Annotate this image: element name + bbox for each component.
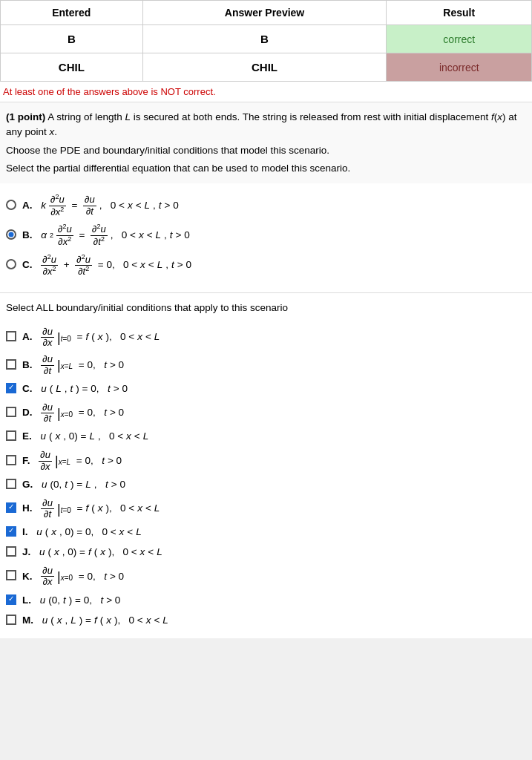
problem-instruction1: Choose the PDE and boundary/initial cond… <box>6 143 526 158</box>
checkbox-e[interactable] <box>6 430 22 443</box>
checkbox-k[interactable] <box>6 570 22 583</box>
checkbox-b[interactable] <box>6 359 22 372</box>
bc-option-l[interactable]: L. u(0, t) = 0, t > 0 <box>6 594 526 608</box>
checkbox-btn-m[interactable] <box>6 615 16 625</box>
bc-option-e[interactable]: E. u(x, 0) = L, 0 < x < L <box>6 430 526 444</box>
checkbox-btn-j[interactable] <box>6 546 16 557</box>
bc-label-e: E. u(x, 0) = L, 0 < x < L <box>22 430 148 444</box>
points-label: (1 point) <box>6 111 45 122</box>
answer-table: Entered Answer Preview Result B B correc… <box>0 0 532 82</box>
divider <box>0 292 532 293</box>
bc-label-l: L. u(0, t) = 0, t > 0 <box>22 594 120 608</box>
bc-instruction: Select ALL boundary/initial conditions t… <box>0 298 532 316</box>
bc-option-d[interactable]: D. ∂u∂t |x=0 = 0, t > 0 <box>6 402 526 425</box>
warning-message: At least one of the answers above is NOT… <box>0 82 532 102</box>
checkbox-btn-i[interactable] <box>6 526 16 537</box>
pde-label-a: A. k ∂2u∂x2 = ∂u∂t , 0 < x < L, t > 0 <box>22 194 179 217</box>
result-cell-correct: correct <box>387 25 532 53</box>
entered-cell: B <box>1 25 143 53</box>
bc-option-i[interactable]: I. u(x, 0) = 0, 0 < x < L <box>6 525 526 540</box>
table-row: B B correct <box>1 25 532 53</box>
bc-label-a: A. ∂u∂x |t=0 = f(x), 0 < x < L <box>22 327 160 349</box>
checkbox-btn-h[interactable] <box>6 502 16 513</box>
entered-cell: CHIL <box>1 53 143 82</box>
checkbox-btn-e[interactable] <box>6 430 16 441</box>
checkbox-btn-k[interactable] <box>6 570 16 580</box>
bc-option-a[interactable]: A. ∂u∂x |t=0 = f(x), 0 < x < L <box>6 327 526 349</box>
col-header-result: Result <box>387 1 532 25</box>
checkbox-a[interactable] <box>6 331 22 344</box>
bc-label-g: G. u(0, t) = L, t > 0 <box>22 478 125 492</box>
pde-option-c[interactable]: C. ∂2u∂x2 + ∂2u∂t2 = 0, 0 < x < L, t > 0 <box>6 254 526 278</box>
checkbox-i[interactable] <box>6 526 22 539</box>
radio-c[interactable] <box>6 259 22 272</box>
bc-option-c[interactable]: C. u(L, t) = 0, t > 0 <box>6 382 526 396</box>
table-row: CHIL CHIL incorrect <box>1 53 532 82</box>
bc-option-m[interactable]: M. u(x, L) = f(x), 0 < x < L <box>6 614 526 628</box>
preview-cell: B <box>142 25 387 53</box>
checkbox-m[interactable] <box>6 615 22 627</box>
col-header-preview: Answer Preview <box>142 1 387 25</box>
checkbox-j[interactable] <box>6 546 22 559</box>
radio-btn-c[interactable] <box>6 259 16 269</box>
checkbox-btn-d[interactable] <box>6 407 16 417</box>
bc-label-c: C. u(L, t) = 0, t > 0 <box>22 382 128 396</box>
checkbox-f[interactable] <box>6 455 22 468</box>
bc-label-j: J. u(x, 0) = f(x), 0 < x < L <box>22 546 162 560</box>
bc-option-j[interactable]: J. u(x, 0) = f(x), 0 < x < L <box>6 546 526 560</box>
checkbox-btn-f[interactable] <box>6 455 16 465</box>
pde-option-a[interactable]: A. k ∂2u∂x2 = ∂u∂t , 0 < x < L, t > 0 <box>6 194 526 217</box>
result-cell-incorrect: incorrect <box>387 53 532 82</box>
pde-label-c: C. ∂2u∂x2 + ∂2u∂t2 = 0, 0 < x < L, t > 0 <box>22 254 191 278</box>
checkbox-d[interactable] <box>6 407 22 419</box>
bc-options: A. ∂u∂x |t=0 = f(x), 0 < x < L B. ∂u∂t |… <box>0 316 532 638</box>
pde-options: A. k ∂2u∂x2 = ∂u∂t , 0 < x < L, t > 0 B.… <box>0 183 532 288</box>
checkbox-btn-g[interactable] <box>6 479 16 489</box>
problem-description: (1 point) A string of length L is secure… <box>6 110 526 140</box>
radio-btn-b[interactable] <box>6 229 16 240</box>
checkbox-l[interactable] <box>6 594 22 607</box>
checkbox-c[interactable] <box>6 383 22 396</box>
checkbox-btn-b[interactable] <box>6 359 16 370</box>
checkbox-h[interactable] <box>6 502 22 515</box>
problem-instruction2: Select the partial differential equation… <box>6 161 526 176</box>
col-header-entered: Entered <box>1 1 143 25</box>
bc-label-b: B. ∂u∂t |x=L = 0, t > 0 <box>22 354 124 376</box>
bc-option-f[interactable]: F. ∂u∂x |x=L = 0, t > 0 <box>6 450 526 472</box>
bc-label-k: K. ∂u∂x |x=0 = 0, t > 0 <box>22 566 124 588</box>
pde-label-b: B. α2 ∂2u∂x2 = ∂2u∂t2 , 0 < x < L, t > 0 <box>22 223 190 247</box>
checkbox-btn-a[interactable] <box>6 331 16 341</box>
bc-label-i: I. u(x, 0) = 0, 0 < x < L <box>22 525 142 540</box>
bc-label-f: F. ∂u∂x |x=L = 0, t > 0 <box>22 450 122 472</box>
checkbox-btn-l[interactable] <box>6 594 16 605</box>
bc-option-k[interactable]: K. ∂u∂x |x=0 = 0, t > 0 <box>6 566 526 588</box>
preview-cell: CHIL <box>142 53 387 82</box>
radio-a[interactable] <box>6 200 22 212</box>
bc-option-h[interactable]: H. ∂u∂t |t=0 = f(x), 0 < x < L <box>6 498 526 520</box>
problem-section: (1 point) A string of length L is secure… <box>0 102 532 183</box>
radio-b[interactable] <box>6 229 22 242</box>
pde-option-b[interactable]: B. α2 ∂2u∂x2 = ∂2u∂t2 , 0 < x < L, t > 0 <box>6 223 526 247</box>
checkbox-btn-c[interactable] <box>6 383 16 393</box>
bc-option-b[interactable]: B. ∂u∂t |x=L = 0, t > 0 <box>6 354 526 376</box>
bc-label-h: H. ∂u∂t |t=0 = f(x), 0 < x < L <box>22 498 160 520</box>
bc-label-d: D. ∂u∂t |x=0 = 0, t > 0 <box>22 402 124 425</box>
bc-label-m: M. u(x, L) = f(x), 0 < x < L <box>22 614 168 628</box>
radio-btn-a[interactable] <box>6 200 16 210</box>
bc-option-g[interactable]: G. u(0, t) = L, t > 0 <box>6 478 526 492</box>
checkbox-g[interactable] <box>6 479 22 491</box>
